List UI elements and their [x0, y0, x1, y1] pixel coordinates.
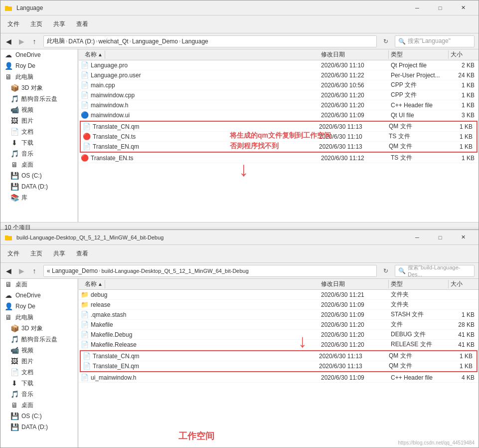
sidebar-label-3d-1: 3D 对象 [21, 84, 43, 92]
toolbar-file-1[interactable]: 文件 [2, 17, 24, 31]
table-row[interactable]: 📄 mainwindow.h 2020/6/30 11:20 C++ Heade… [79, 100, 479, 110]
minimize-btn-2[interactable]: ─ [406, 230, 429, 245]
sidebar-item-thispc-1[interactable]: 🖥 此电脑 [0, 71, 77, 82]
sidebar-item-pic-1[interactable]: 🖼 图片 [0, 115, 77, 126]
table-row[interactable]: 🔴 Translate_EN.ts 2020/6/30 11:12 TS 文件 … [79, 153, 479, 163]
crumb-demo-1: Language_Demo [132, 38, 178, 45]
file-icon: 📄 [81, 71, 89, 79]
sidebar-item-download-1[interactable]: ⬇ 下载 [0, 137, 77, 148]
sidebar-item-pic-2[interactable]: 🖼 图片 [0, 356, 77, 367]
sidebar-item-onedrive-1[interactable]: ☁ OneDrive [0, 49, 77, 60]
up-btn-1[interactable]: ↑ [28, 35, 40, 47]
table-row[interactable]: 🔴 Translate_CN.ts 2020/6/30 11:10 TS 文件 … [81, 132, 477, 142]
sidebar-item-music2-1[interactable]: 🎵 音乐 [0, 148, 77, 159]
sidebar-item-roy-1[interactable]: 👤 Roy De [0, 60, 77, 71]
table-row[interactable]: 📄 ui_mainwindow.h 2020/6/30 11:09 C++ He… [79, 373, 479, 383]
table-row[interactable]: 📄 Language.pro 2020/6/30 11:10 Qt Projec… [79, 60, 479, 70]
col-header-date-2[interactable]: 修改日期 [319, 280, 389, 288]
sidebar-item-music-1[interactable]: 🎵 酷狗音乐云盘 [0, 93, 77, 104]
sidebar-item-thispc-2[interactable]: 🖥 此电脑 [0, 312, 77, 323]
sidebar-item-download-2[interactable]: ⬇ 下载 [0, 378, 77, 389]
table-row[interactable]: 🔵 mainwindow.ui 2020/6/30 11:09 Qt UI fi… [79, 110, 479, 120]
sidebar-item-onedrive-2[interactable]: ☁ OneDrive [0, 290, 77, 301]
sidebar-label-3d-2: 3D 对象 [21, 324, 43, 333]
sidebar-item-3d-1[interactable]: 📦 3D 对象 [0, 82, 77, 93]
sidebar-item-roy-2[interactable]: 👤 Roy De [0, 301, 77, 312]
col-header-size-1[interactable]: 大小 [449, 50, 475, 59]
forward-btn-1[interactable]: ▶ [15, 35, 27, 47]
sort-asc-icon-2: ▲ [98, 281, 103, 287]
sidebar-label-pic-1: 图片 [21, 117, 33, 125]
toolbar-2: 文件 主页 共享 查看 [0, 245, 479, 263]
sidebar-item-video-2[interactable]: 📹 视频 [0, 345, 77, 356]
toolbar-file-2[interactable]: 文件 [2, 247, 24, 261]
toolbar-home-2[interactable]: 主页 [25, 247, 47, 261]
refresh-btn-1[interactable]: ↻ [380, 35, 392, 47]
minimize-btn-1[interactable]: ─ [406, 0, 429, 15]
address-bar-2[interactable]: « Language_Demo › build-Language-Desktop… [43, 265, 377, 277]
file-name-cell: 📄 Makefile.Release [79, 341, 319, 349]
csdn-text: https://blog.csdn.net/qq_44519484 [398, 440, 475, 446]
sidebar-item-c-2[interactable]: 💾 OS (C:) [0, 411, 77, 422]
back-btn-2[interactable]: ◀ [2, 265, 14, 277]
col-header-name-1[interactable]: 名称 ▲ [83, 50, 105, 59]
sidebar-item-c-1[interactable]: 💾 OS (C:) [0, 170, 77, 181]
sidebar-item-desktop-1[interactable]: 🖥 桌面 [0, 159, 77, 170]
table-row[interactable]: 📄 Translate_EN.qm 2020/6/30 11:13 QM 文件 … [81, 142, 477, 152]
table-row[interactable]: 📄 .qmake.stash 2020/6/30 11:09 STASH 文件 … [79, 310, 479, 320]
table-row[interactable]: 📄 Translate_CN.qm 2020/6/30 11:13 QM 文件 … [81, 351, 477, 361]
sidebar-item-music2-2[interactable]: 🎵 音乐 [0, 389, 77, 400]
window-title-1: Language [16, 4, 406, 11]
onedrive-icon-2: ☁ [4, 291, 12, 299]
table-row[interactable]: 📄 main.cpp 2020/6/30 10:56 CPP 文件 1 KB [79, 80, 479, 90]
table-row[interactable]: 📄 Makefile 2020/6/30 11:20 文件 28 KB [79, 320, 479, 330]
table-row[interactable]: 📄 mainwindow.cpp 2020/6/30 11:20 CPP 文件 … [79, 90, 479, 100]
col-header-type-2[interactable]: 类型 [389, 280, 449, 288]
back-btn-1[interactable]: ◀ [2, 35, 14, 47]
sidebar-item-doc-2[interactable]: 📄 文档 [0, 367, 77, 378]
col-header-name-2[interactable]: 名称 ▲ [83, 280, 105, 288]
table-row[interactable]: 📁 release 2020/6/30 11:09 文件夹 [79, 300, 479, 310]
sidebar-item-music-2[interactable]: 🎵 酷狗音乐云盘 [0, 334, 77, 345]
file-name-cell: 🔴 Translate_EN.ts [79, 154, 319, 162]
col-header-date-1[interactable]: 修改日期 [319, 50, 389, 59]
toolbar-view-1[interactable]: 查看 [71, 17, 93, 31]
table-row[interactable]: 📁 debug 2020/6/30 11:21 文件夹 [79, 290, 479, 300]
address-bar-1[interactable]: 此电脑 › DATA (D:) › weichat_Qt › Language_… [43, 35, 377, 47]
sidebar-item-desktop-2[interactable]: 🖥 桌面 [0, 279, 77, 290]
toolbar-view-2[interactable]: 查看 [71, 247, 93, 261]
table-row[interactable]: 📄 Language.pro.user 2020/6/30 11:22 Per-… [79, 70, 479, 80]
file-name-cell: 📄 main.cpp [79, 81, 319, 89]
sidebar-item-3d-2[interactable]: 📦 3D 对象 [0, 323, 77, 334]
table-row[interactable]: 📄 Translate_CN.qm 2020/6/30 11:13 QM 文件 … [81, 122, 477, 132]
toolbar-share-1[interactable]: 共享 [48, 17, 70, 31]
search-bar-2[interactable]: 🔍 搜索"build-Language-Des... [395, 265, 475, 277]
sidebar-item-lib-1[interactable]: 📚 库 [0, 192, 77, 203]
toolbar-home-1[interactable]: 主页 [25, 17, 47, 31]
sidebar-item-doc-1[interactable]: 📄 文档 [0, 126, 77, 137]
title-bar-1: Language ─ □ ✕ [0, 0, 479, 15]
table-row[interactable]: 📄 Makefile.Debug 2020/6/30 11:20 DEBUG 文… [79, 330, 479, 340]
up-btn-2[interactable]: ↑ [28, 265, 40, 277]
forward-btn-2[interactable]: ▶ [15, 265, 27, 277]
col-header-size-2[interactable]: 大小 [449, 280, 475, 288]
search-bar-1[interactable]: 🔍 搜索"Language" [395, 35, 475, 47]
folder-icon: 📁 [81, 291, 89, 299]
maximize-btn-1[interactable]: □ [429, 0, 452, 15]
sidebar-item-d-2[interactable]: 💾 DATA (D:) [0, 422, 77, 433]
sidebar-item-video-1[interactable]: 📹 视频 [0, 104, 77, 115]
maximize-btn-2[interactable]: □ [429, 230, 452, 245]
table-row[interactable]: 📄 Translate_EN.qm 2020/6/30 11:13 QM 文件 … [81, 361, 477, 371]
file-name-cell: 📄 Makefile [79, 321, 319, 329]
close-btn-2[interactable]: ✕ [452, 230, 475, 245]
refresh-btn-2[interactable]: ↻ [380, 265, 392, 277]
sidebar-item-d-1[interactable]: 💾 DATA (D:) [0, 181, 77, 192]
window-title-2: build-Language-Desktop_Qt_5_12_1_MinGW_6… [16, 234, 406, 240]
file-name-cell: 📄 mainwindow.cpp [79, 91, 319, 99]
sidebar-item-desktop2-2[interactable]: 🖥 桌面 [0, 400, 77, 411]
col-header-type-1[interactable]: 类型 [389, 50, 449, 59]
close-btn-1[interactable]: ✕ [452, 0, 475, 15]
table-row[interactable]: 📄 Makefile.Release 2020/6/30 11:20 RELEA… [79, 340, 479, 350]
sidebar-label-video-2: 视频 [21, 346, 33, 355]
toolbar-share-2[interactable]: 共享 [48, 247, 70, 261]
